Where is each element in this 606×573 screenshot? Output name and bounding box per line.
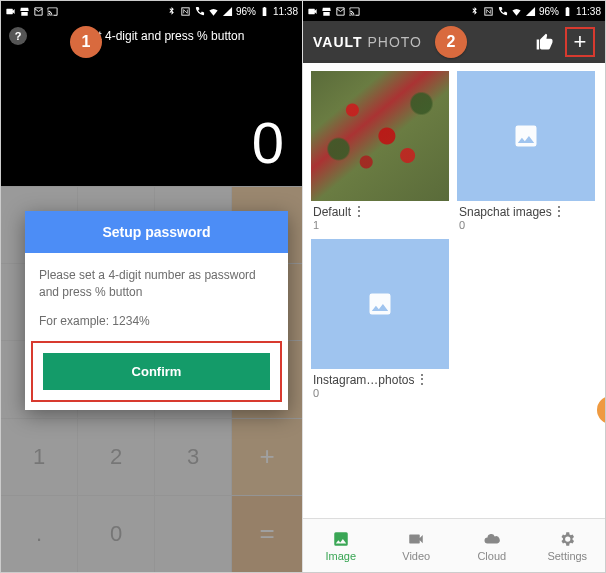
dialog-title: Setup password: [25, 211, 288, 253]
setup-password-dialog: Setup password Please set a 4-digit numb…: [25, 211, 288, 410]
gear-icon: [556, 530, 578, 548]
store-icon: [19, 6, 30, 17]
album-count: 0: [459, 219, 552, 231]
picture-icon: [362, 290, 398, 318]
wifi-icon: [511, 6, 522, 17]
highlight-box: Confirm: [31, 341, 282, 402]
album-name: Instagram…photos: [313, 373, 414, 387]
battery-pct: 96%: [539, 6, 559, 17]
video-icon: [5, 6, 16, 17]
bluetooth-icon: [469, 6, 480, 17]
cast-icon: [349, 6, 360, 17]
album-item[interactable]: Instagram…photos 0 ⋮: [311, 239, 449, 399]
video-icon: [405, 530, 427, 548]
more-icon[interactable]: ⋮: [552, 205, 566, 217]
album-count: 1: [313, 219, 351, 231]
clock-time: 11:38: [273, 6, 298, 17]
battery-pct: 96%: [236, 6, 256, 17]
bottom-nav: Image Video Cloud Settings: [303, 518, 605, 572]
album-item[interactable]: Default 1 ⋮: [311, 71, 449, 231]
battery-icon: [562, 6, 573, 17]
album-thumb[interactable]: [311, 239, 449, 369]
status-bar: 96% 11:38: [303, 1, 605, 21]
nav-image[interactable]: Image: [303, 519, 379, 572]
status-bar: 96% 11:38: [1, 1, 302, 21]
signal-icon: [222, 6, 233, 17]
nfc-icon: [483, 6, 494, 17]
picture-icon: [508, 122, 544, 150]
nfc-icon: [180, 6, 191, 17]
add-button[interactable]: +: [565, 27, 595, 57]
nav-settings[interactable]: Settings: [530, 519, 606, 572]
step-badge-1: 1: [70, 26, 102, 58]
phone-icon: [497, 6, 508, 17]
phone-icon: [194, 6, 205, 17]
albums-grid: Default 1 ⋮ Snapchat images 0 ⋮: [303, 63, 605, 518]
step-badge-2: 2: [435, 26, 467, 58]
video-icon: [307, 6, 318, 17]
thumbs-up-icon[interactable]: [535, 32, 555, 52]
app-title: VAULT PHOTO: [313, 34, 422, 50]
cloud-icon: [481, 530, 503, 548]
battery-icon: [259, 6, 270, 17]
calculator-display: 0: [1, 51, 302, 186]
nav-video[interactable]: Video: [379, 519, 455, 572]
cast-icon: [47, 6, 58, 17]
help-icon[interactable]: ?: [9, 27, 27, 45]
mail-icon: [335, 6, 346, 17]
mail-icon: [33, 6, 44, 17]
more-icon[interactable]: ⋮: [414, 373, 428, 385]
image-icon: [330, 530, 352, 548]
dialog-example-text: For example: 1234%: [39, 313, 274, 330]
album-name: Default: [313, 205, 351, 219]
album-thumb[interactable]: [457, 71, 595, 201]
phone-screen-vault: 96% 11:38 VAULT PHOTO + Default 1: [303, 1, 605, 572]
nav-cloud[interactable]: Cloud: [454, 519, 530, 572]
confirm-button[interactable]: Confirm: [43, 353, 270, 390]
album-count: 0: [313, 387, 414, 399]
more-icon[interactable]: ⋮: [351, 205, 365, 217]
header-hint: put 4-digit and press % button: [85, 29, 244, 43]
album-name: Snapchat images: [459, 205, 552, 219]
album-item[interactable]: Snapchat images 0 ⋮: [457, 71, 595, 231]
phone-screen-calculator: 96% 11:38 ? put 4-digit and press % butt…: [1, 1, 303, 572]
app-header: ? put 4-digit and press % button: [1, 21, 302, 51]
store-icon: [321, 6, 332, 17]
wifi-icon: [208, 6, 219, 17]
dialog-body-text: Please set a 4-digit number as password …: [39, 267, 274, 301]
signal-icon: [525, 6, 536, 17]
album-thumb[interactable]: [311, 71, 449, 201]
bluetooth-icon: [166, 6, 177, 17]
clock-time: 11:38: [576, 6, 601, 17]
